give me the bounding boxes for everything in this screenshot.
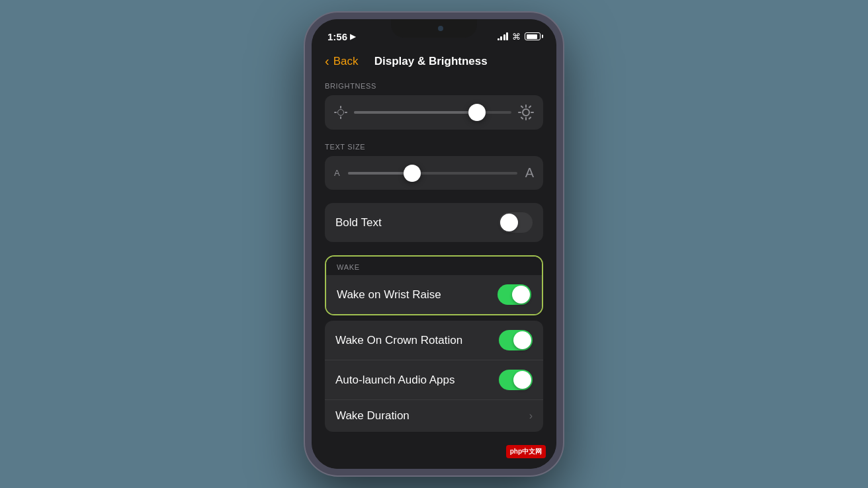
signal-icon bbox=[498, 32, 509, 40]
auto-launch-audio-row: Auto-launch Audio Apps bbox=[325, 360, 543, 399]
brightness-section-label: BRIGHTNESS bbox=[325, 82, 543, 90]
bold-text-label: Bold Text bbox=[335, 216, 382, 229]
text-size-small-a: A bbox=[334, 168, 340, 178]
nav-bar: ‹ Back Display & Brightness bbox=[312, 48, 556, 79]
wifi-icon: ⌘ bbox=[512, 32, 521, 42]
text-size-large-a: A bbox=[525, 165, 534, 181]
brightness-slider-row bbox=[325, 95, 543, 130]
back-chevron-icon: ‹ bbox=[325, 54, 329, 69]
battery-icon bbox=[525, 32, 541, 40]
text-size-card: A A bbox=[325, 156, 543, 190]
page-title: Display & Brightness bbox=[358, 55, 503, 68]
phone-screen: 1:56 ▶ ⌘ ‹ Back Disp bbox=[312, 19, 556, 469]
wake-section-label: WAKE bbox=[326, 257, 542, 275]
status-icons: ⌘ bbox=[498, 32, 541, 42]
sun-small-icon bbox=[334, 106, 347, 119]
bold-text-row: Bold Text bbox=[325, 203, 543, 242]
wake-section: WAKE Wake on Wrist Raise bbox=[325, 255, 543, 315]
back-label: Back bbox=[333, 55, 359, 68]
wake-items: Wake on Wrist Raise bbox=[326, 275, 542, 314]
auto-launch-audio-toggle[interactable] bbox=[499, 370, 533, 390]
brightness-slider[interactable] bbox=[354, 111, 511, 114]
bold-text-toggle[interactable] bbox=[499, 212, 533, 233]
watermark: php中文网 bbox=[506, 445, 546, 458]
location-icon: ▶ bbox=[350, 32, 355, 41]
toggle-thumb-audio bbox=[513, 371, 531, 389]
wake-crown-row: Wake On Crown Rotation bbox=[325, 321, 543, 360]
text-size-slider-row: A A bbox=[325, 156, 543, 190]
back-button[interactable]: ‹ Back bbox=[325, 54, 358, 69]
wake-crown-label: Wake On Crown Rotation bbox=[335, 334, 462, 347]
wake-duration-row[interactable]: Wake Duration › bbox=[325, 399, 543, 432]
extra-wake-items: Wake On Crown Rotation Auto-launch Audio… bbox=[325, 321, 543, 432]
wake-on-wrist-raise-row: Wake on Wrist Raise bbox=[326, 275, 542, 314]
toggle-thumb bbox=[500, 214, 518, 231]
brightness-card bbox=[325, 95, 543, 130]
wake-duration-label: Wake Duration bbox=[335, 409, 410, 423]
notch-camera bbox=[438, 26, 443, 31]
status-time: 1:56 ▶ bbox=[327, 31, 355, 42]
content-area: BRIGHTNESS bbox=[312, 79, 556, 469]
text-size-section-label: TEXT SIZE bbox=[325, 143, 543, 151]
chevron-right-icon: › bbox=[529, 410, 533, 422]
text-size-slider[interactable] bbox=[348, 172, 517, 175]
toggle-thumb-crown bbox=[513, 331, 531, 349]
phone-notch bbox=[391, 19, 477, 38]
wake-on-wrist-raise-toggle[interactable] bbox=[498, 284, 531, 305]
sun-large-icon bbox=[518, 104, 534, 120]
wake-on-wrist-raise-label: Wake on Wrist Raise bbox=[337, 288, 441, 302]
time-label: 1:56 bbox=[327, 31, 347, 42]
wake-crown-toggle[interactable] bbox=[499, 330, 533, 350]
toggle-thumb-wrist bbox=[512, 286, 530, 304]
phone-frame: 1:56 ▶ ⌘ ‹ Back Disp bbox=[305, 13, 563, 475]
auto-launch-audio-label: Auto-launch Audio Apps bbox=[335, 374, 455, 387]
